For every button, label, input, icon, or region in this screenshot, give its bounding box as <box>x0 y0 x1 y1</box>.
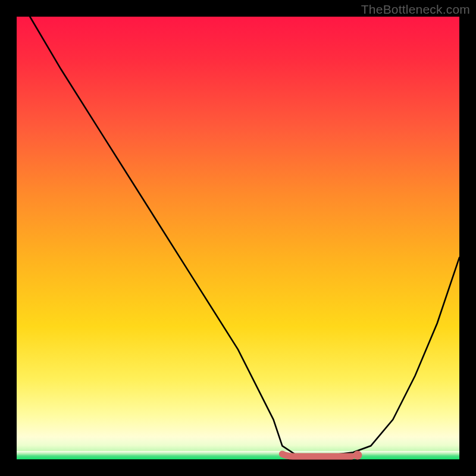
watermark-text: TheBottleneck.com <box>361 2 470 17</box>
chart-frame: TheBottleneck.com <box>0 0 476 476</box>
bottleneck-curve <box>30 17 459 455</box>
flat-region-highlight <box>282 454 352 456</box>
curve-layer <box>17 17 459 459</box>
plot-area <box>17 17 459 459</box>
optimal-knot <box>353 451 362 460</box>
